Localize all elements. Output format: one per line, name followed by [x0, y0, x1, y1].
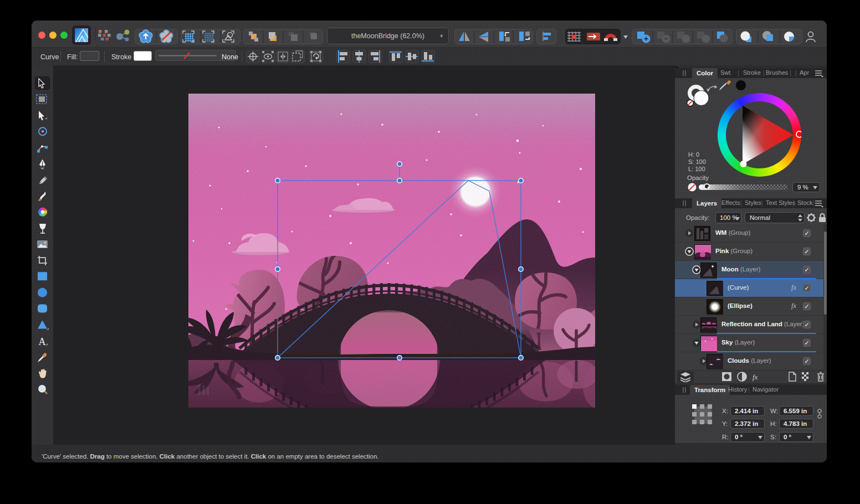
svg-text:A: A — [39, 336, 46, 347]
svg-text:fx: fx — [752, 373, 758, 381]
